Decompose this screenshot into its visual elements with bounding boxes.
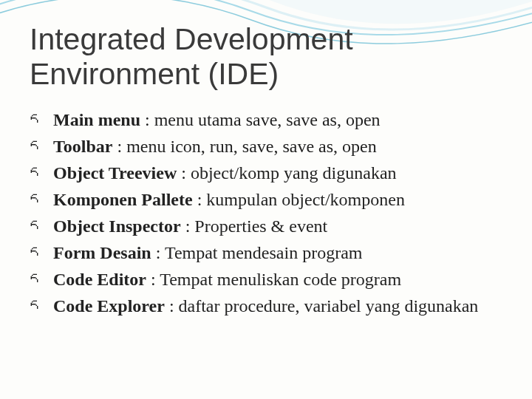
list-item: ད Main menu : menu utama save, save as, … [30, 106, 502, 133]
bullet-desc: : Properties & event [181, 216, 328, 236]
bullet-desc: : menu utama save, save as, open [140, 110, 381, 129]
bullet-term: Object Treeview [53, 163, 177, 183]
bullet-icon: ད [30, 161, 38, 185]
bullet-desc: : kumpulan object/komponen [193, 190, 405, 209]
list-item: ད Object Treeview : object/komp yang dig… [30, 160, 502, 186]
bullet-term: Object Inspector [53, 216, 181, 236]
bullet-desc: : daftar procedure, variabel yang diguna… [165, 296, 478, 316]
bullet-icon: ད [30, 188, 38, 212]
list-item: ད Code Editor : Tempat menuliskan code p… [30, 266, 502, 293]
list-item: ད Toolbar : menu icon, run, save, save a… [30, 133, 502, 160]
bullet-list: ད Main menu : menu utama save, save as, … [30, 106, 502, 319]
bullet-term: Komponen Pallete [53, 190, 193, 209]
slide-title: Integrated Development Environment (IDE) [30, 22, 502, 92]
list-item: ད Komponen Pallete : kumpulan object/kom… [30, 186, 502, 213]
bullet-icon: ད [30, 241, 38, 265]
bullet-icon: ད [30, 294, 38, 318]
bullet-icon: ད [30, 214, 38, 239]
bullet-icon: ད [30, 134, 38, 159]
slide: Integrated Development Environment (IDE)… [0, 0, 532, 399]
bullet-icon: ད [30, 267, 38, 292]
list-item: ད Code Explorer : daftar procedure, vari… [30, 293, 502, 319]
bullet-term: Main menu [53, 110, 140, 129]
list-item: ད Form Desain : Tempat mendesain program [30, 239, 502, 266]
list-item: ད Object Inspector : Properties & event [30, 213, 502, 239]
bullet-desc: : menu icon, run, save, save as, open [112, 137, 376, 156]
bullet-desc: : Tempat menuliskan code program [146, 270, 401, 289]
bullet-desc: : Tempat mendesain program [151, 243, 363, 262]
bullet-term: Code Explorer [53, 296, 165, 316]
bullet-desc: : object/komp yang digunakan [177, 163, 396, 183]
bullet-term: Toolbar [53, 137, 112, 156]
bullet-term: Form Desain [53, 243, 151, 262]
bullet-icon: ད [30, 108, 38, 132]
bullet-term: Code Editor [53, 270, 146, 289]
